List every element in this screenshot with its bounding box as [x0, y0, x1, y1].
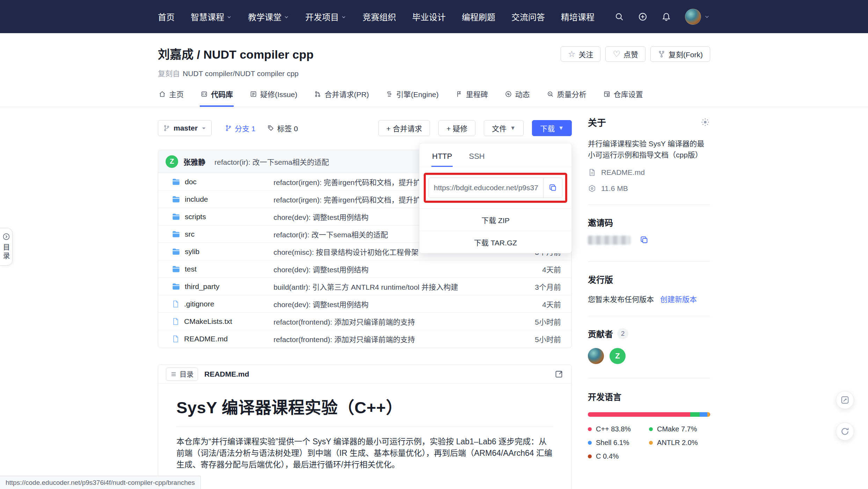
search-icon[interactable] — [614, 12, 624, 21]
nav-item-training[interactable]: 精培课程 — [561, 10, 595, 23]
download-tab-http[interactable]: HTTP — [431, 148, 453, 167]
quality-analysis-icon — [547, 90, 554, 98]
table-row[interactable]: test chore(dev): 调整test用例结构 4天前 — [158, 260, 571, 278]
table-row[interactable]: CMakeLists.txt refactor(frontend): 添加对只编… — [158, 313, 571, 330]
avatar[interactable] — [685, 9, 701, 25]
file-name[interactable]: src — [185, 230, 195, 238]
nav-item-teaching[interactable]: 教学课堂 — [248, 10, 289, 23]
nav-item-competitions[interactable]: 竞赛组织 — [363, 10, 396, 23]
tab-engine[interactable]: 引擎(Engine) — [385, 89, 439, 107]
annotation-highlight-box — [424, 173, 567, 203]
caret-down-icon: ▼ — [558, 125, 564, 131]
file-commit-time: 3个月前 — [519, 281, 571, 292]
copy-url-button[interactable] — [543, 178, 562, 198]
plus-circle-icon[interactable] — [638, 12, 648, 22]
create-release-link[interactable]: 创建新版本 — [660, 294, 697, 304]
download-button[interactable]: 下载▼ — [532, 120, 572, 136]
table-row[interactable]: third_party build(antlr): 引入第三方 ANTLR4 r… — [158, 278, 571, 295]
tab-activity[interactable]: 动态 — [504, 89, 531, 107]
file-name[interactable]: README.md — [184, 335, 228, 343]
readme-title: SysY 编译器课程实验（C++） — [176, 394, 553, 418]
branches-link[interactable]: 分支 1 — [225, 123, 256, 133]
folder-icon — [172, 265, 181, 274]
download-targz-item[interactable]: 下载 TAR.GZ — [420, 231, 571, 253]
nav-item-smart-courses[interactable]: 智慧课程 — [191, 10, 232, 23]
chevron-down-icon — [284, 14, 289, 20]
file-name[interactable]: third_party — [185, 282, 219, 291]
like-button[interactable]: ♡点赞 — [605, 46, 645, 62]
copy-icon[interactable] — [640, 235, 649, 245]
tab-home[interactable]: 主页 — [158, 89, 184, 107]
clone-url-input[interactable] — [429, 178, 543, 198]
readme-card: 目录 README.md SysY 编译器课程实验（C++） 本仓库为“并行编译… — [158, 364, 572, 489]
file-commit-message[interactable]: refactor(frontend): 添加对只编译前端的支持 — [273, 334, 519, 344]
fork-button[interactable]: 复刻(Fork) — [650, 46, 710, 62]
tab-code[interactable]: 代码库 — [200, 89, 234, 107]
file-name[interactable]: scripts — [185, 213, 206, 221]
branch-selector[interactable]: master — [158, 120, 212, 136]
avatar[interactable]: Z — [166, 155, 178, 168]
gear-icon[interactable] — [700, 117, 710, 127]
nav-item-coding-practice[interactable]: 编程刷题 — [462, 10, 495, 23]
nav-item-graduation[interactable]: 毕业设计 — [412, 10, 446, 23]
new-pr-button[interactable]: + 合并请求 — [378, 120, 430, 136]
language-bar — [588, 412, 710, 417]
sidebar: 关于 并行编译课程实验 SysY 编译器的最小可运行示例和指导文档（cpp版） … — [588, 107, 710, 489]
table-row[interactable]: .gitignore chore(dev): 调整test用例结构 4天前 — [158, 295, 571, 313]
tab-settings[interactable]: 仓库设置 — [603, 89, 644, 107]
file-name[interactable]: include — [185, 195, 208, 203]
fork-icon — [658, 50, 665, 58]
forked-from-link[interactable]: NUDT compiler/NUDT compiler cpp — [183, 69, 299, 77]
file-name[interactable]: sylib — [185, 247, 199, 256]
page-title: 刘嘉成 / NUDT compiler cpp — [158, 45, 314, 62]
nav-menu: 首页 智慧课程 教学课堂 开发项目 竞赛组织 毕业设计 编程刷题 交流问答 精培… — [158, 10, 595, 23]
file-commit-message[interactable]: chore(dev): 调整test用例结构 — [273, 264, 519, 274]
repo-description: 并行编译课程实验 SysY 编译器的最小可运行示例和指导文档（cpp版） — [588, 138, 710, 161]
feedback-button[interactable] — [836, 391, 854, 409]
download-zip-item[interactable]: 下载 ZIP — [420, 208, 571, 231]
tab-quality[interactable]: 质量分析 — [546, 89, 587, 107]
file-name[interactable]: doc — [185, 178, 197, 186]
refresh-button[interactable] — [836, 422, 854, 440]
file-icon — [172, 317, 180, 326]
file-name[interactable]: .gitignore — [184, 300, 214, 308]
tag-icon — [267, 125, 274, 132]
tab-milestones[interactable]: 里程碑 — [455, 89, 489, 107]
file-name[interactable]: CMakeLists.txt — [184, 317, 232, 326]
commit-message[interactable]: refactor(ir): 改一下sema相关的适配 — [214, 156, 329, 167]
file-commit-message[interactable]: build(antlr): 引入第三方 ANTLR4 runtime/tool … — [273, 281, 519, 292]
commit-author[interactable]: 张雅静 — [183, 156, 205, 167]
folder-icon — [172, 177, 181, 186]
readme-link[interactable]: README.md — [588, 168, 710, 177]
download-tab-ssh[interactable]: SSH — [468, 148, 485, 167]
nav-item-dev-projects[interactable]: 开发项目 — [305, 10, 347, 23]
chevron-down-icon — [341, 14, 347, 20]
toc-button[interactable]: 目录 — [166, 368, 198, 381]
language-item: C 0.4% — [588, 452, 649, 460]
tab-pull-requests[interactable]: 合并请求(PR) — [313, 89, 370, 107]
table-row[interactable]: README.md refactor(frontend): 添加对只编译前端的支… — [158, 330, 571, 348]
avatar[interactable]: Z — [610, 348, 626, 364]
bell-icon[interactable] — [662, 12, 671, 21]
tags-link[interactable]: 标签 0 — [267, 123, 298, 133]
avatar[interactable] — [588, 348, 604, 364]
edit-icon[interactable] — [554, 369, 564, 379]
feedback-icon — [840, 395, 850, 405]
watch-button[interactable]: ☆关注 — [561, 46, 601, 62]
link-preview-statusbar: https://code.educoder.net/p9s376i4f/nudt… — [0, 476, 201, 489]
readme-section-heading: 1. 实验介绍 — [176, 486, 553, 489]
nav-item-home[interactable]: 首页 — [158, 10, 175, 23]
file-name[interactable]: test — [185, 265, 197, 273]
language-legend: C++ 83.8% CMake 7.7% Shell 6.1% ANTLR 2.… — [588, 425, 710, 460]
folder-icon — [172, 230, 181, 239]
repo-toolbar: master 分支 1 标签 0 + 合并请求 + 疑修 文件▼ 下载▼ — [158, 120, 572, 136]
language-item: ANTLR 2.0% — [649, 439, 710, 447]
tab-issues[interactable]: 疑修(Issue) — [249, 89, 298, 107]
file-menu-button[interactable]: 文件▼ — [484, 120, 524, 136]
user-menu[interactable] — [685, 9, 710, 25]
file-commit-message[interactable]: refactor(frontend): 添加对只编译前端的支持 — [273, 316, 519, 327]
file-commit-message[interactable]: chore(dev): 调整test用例结构 — [273, 299, 519, 309]
new-issue-button[interactable]: + 疑修 — [438, 120, 475, 136]
nav-item-qa[interactable]: 交流问答 — [511, 10, 545, 23]
toc-float-tab[interactable]: 目录 — [0, 228, 13, 266]
